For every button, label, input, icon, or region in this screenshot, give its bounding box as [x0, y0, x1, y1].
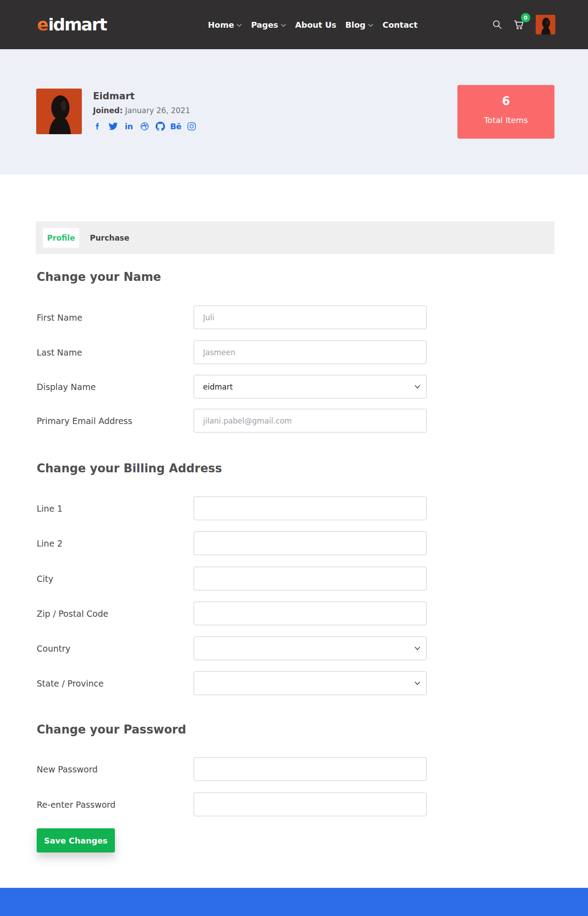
footer-band	[0, 888, 588, 916]
reenter-password-input[interactable]	[194, 793, 427, 816]
reenter-password-label: Re-enter Password	[37, 793, 115, 816]
line2-label: Line 2	[37, 531, 63, 555]
display-name-label: Display Name	[37, 375, 96, 399]
github-icon[interactable]	[155, 121, 165, 131]
nav-actions: 0	[492, 0, 555, 49]
chevron-down-icon	[415, 681, 420, 685]
country-label: Country	[37, 636, 70, 660]
form-row-new-password: New Password	[37, 757, 554, 781]
total-items-label: Total Items	[457, 115, 554, 125]
new-password-input[interactable]	[194, 757, 427, 781]
form-row-email: Primary Email Address	[37, 409, 554, 433]
tab-purchase[interactable]: Purchase	[86, 229, 133, 247]
brand-logo-text: idmart	[48, 15, 106, 34]
joined-date: January 26, 2021	[125, 106, 190, 115]
state-select[interactable]	[194, 671, 427, 695]
dribbble-icon[interactable]	[139, 121, 150, 131]
email-label: Primary Email Address	[37, 409, 132, 433]
nav-menu: Home Pages About Us Blog	[208, 0, 418, 49]
form-row-city: City	[37, 567, 554, 590]
top-navbar: eidmart Home Pages About Us Blog	[0, 0, 588, 49]
section-heading-billing: Change your Billing Address	[37, 462, 222, 475]
form-row-zip: Zip / Postal Code	[37, 602, 554, 625]
chevron-down-icon	[415, 646, 420, 650]
state-label: State / Province	[37, 671, 104, 695]
profile-name: Eidmart	[93, 91, 135, 102]
nav-item-about-us[interactable]: About Us	[295, 20, 336, 30]
total-items-card: 6 Total Items	[457, 85, 554, 139]
nav-item-pages[interactable]: Pages	[251, 20, 286, 30]
tab-profile[interactable]: Profile	[43, 228, 79, 248]
city-label: City	[37, 567, 53, 590]
new-password-label: New Password	[37, 757, 97, 781]
chevron-down-icon	[281, 24, 286, 27]
behance-icon[interactable]: Bē	[170, 121, 181, 131]
linkedin-icon[interactable]: in	[123, 121, 134, 131]
save-changes-button[interactable]: Save Changes	[37, 828, 115, 852]
nav-item-home-label: Home	[208, 20, 234, 30]
chevron-down-icon	[415, 385, 420, 389]
chevron-down-icon	[368, 24, 373, 27]
chevron-down-icon	[237, 24, 242, 27]
facebook-icon[interactable]	[92, 121, 103, 131]
joined-label: Joined:	[93, 106, 123, 115]
brand-logo[interactable]: eidmart	[37, 15, 106, 34]
form-row-state: State / Province	[37, 671, 554, 695]
section-heading-password: Change your Password	[37, 723, 186, 736]
line2-input[interactable]	[194, 531, 427, 555]
last-name-label: Last Name	[37, 340, 82, 364]
account-tabs: Profile Purchase	[36, 221, 554, 254]
nav-item-contact[interactable]: Contact	[382, 20, 417, 30]
cart-count-badge: 0	[521, 13, 530, 22]
joined-row: Joined: January 26, 2021	[93, 106, 190, 115]
user-avatar[interactable]	[536, 15, 555, 34]
email-input[interactable]	[194, 409, 427, 433]
section-heading-name: Change your Name	[37, 270, 161, 284]
form-row-last-name: Last Name	[37, 340, 554, 364]
line1-input[interactable]	[194, 496, 427, 520]
nav-item-home[interactable]: Home	[208, 20, 242, 30]
nav-item-blog-label: Blog	[345, 20, 365, 30]
nav-item-blog[interactable]: Blog	[345, 20, 373, 30]
instagram-icon[interactable]	[186, 121, 197, 131]
nav-item-about-us-label: About Us	[295, 20, 336, 30]
search-icon[interactable]	[492, 19, 503, 30]
form-row-line1: Line 1	[37, 496, 554, 520]
first-name-input[interactable]	[194, 305, 427, 329]
form-row-display-name: Display Name eidmart	[37, 375, 554, 399]
total-items-value: 6	[457, 94, 554, 108]
display-name-select[interactable]: eidmart	[194, 375, 427, 399]
nav-item-contact-label: Contact	[382, 20, 417, 30]
profile-avatar	[36, 89, 82, 134]
country-select[interactable]	[194, 636, 427, 660]
zip-label: Zip / Postal Code	[37, 602, 108, 625]
form-row-country: Country	[37, 636, 554, 660]
zip-input[interactable]	[194, 602, 427, 625]
profile-page: eidmart Home Pages About Us Blog	[0, 0, 588, 916]
line1-label: Line 1	[37, 496, 63, 520]
form-row-line2: Line 2	[37, 531, 554, 555]
display-name-select-value: eidmart	[203, 382, 233, 391]
first-name-label: First Name	[37, 305, 82, 329]
twitter-icon[interactable]	[108, 121, 118, 131]
city-input[interactable]	[194, 567, 427, 590]
form-row-reenter-password: Re-enter Password	[37, 793, 554, 816]
brand-logo-accent: e	[37, 15, 48, 34]
cart-icon[interactable]: 0	[513, 19, 525, 30]
form-row-first-name: First Name	[37, 305, 554, 329]
social-links: in Bē	[92, 121, 197, 131]
profile-hero: Eidmart Joined: January 26, 2021 in Bē	[0, 49, 588, 174]
last-name-input[interactable]	[194, 340, 427, 364]
nav-item-pages-label: Pages	[251, 20, 278, 30]
